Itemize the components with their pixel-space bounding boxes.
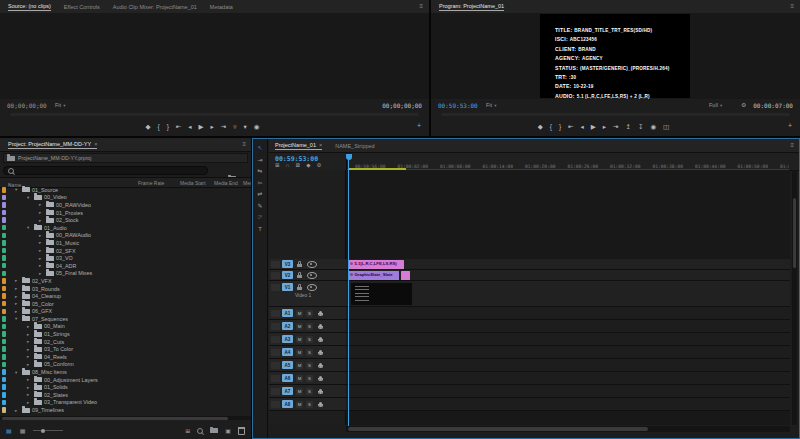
step-forward-button[interactable]: ▸ bbox=[603, 124, 606, 131]
audio-track-header[interactable]: A3 M S bbox=[269, 333, 346, 346]
bin-row[interactable]: ▸ 03_VO bbox=[0, 254, 251, 262]
playback-resolution-select[interactable]: Full bbox=[709, 102, 722, 108]
linked-selection-icon[interactable]: ⊠ bbox=[296, 163, 301, 169]
bin-row[interactable]: ▸ 04_Reels bbox=[0, 353, 251, 361]
bin-twisty-icon[interactable]: ▸ bbox=[39, 248, 44, 253]
comparison-view-button[interactable]: ◫ bbox=[663, 124, 669, 131]
bin-row[interactable]: ▸ 04_ADR bbox=[0, 262, 251, 270]
audio-track-header[interactable]: A5 M S bbox=[269, 359, 346, 372]
source-patch-cell[interactable] bbox=[271, 349, 280, 356]
bin-row[interactable]: ▸ 01_Strings bbox=[0, 330, 251, 338]
bin-twisty-icon[interactable]: ▸ bbox=[39, 263, 44, 268]
audio-lane[interactable] bbox=[346, 385, 790, 398]
audio-lane[interactable] bbox=[346, 398, 790, 411]
toggle-track-output-icon[interactable] bbox=[307, 261, 317, 268]
track-target[interactable]: A5 bbox=[282, 361, 293, 369]
track-target[interactable]: A3 bbox=[282, 335, 293, 343]
track-target-v1[interactable]: V1 bbox=[282, 283, 293, 291]
bin-row[interactable]: ▸ 04_Cleanup bbox=[0, 292, 251, 300]
audio-lane[interactable] bbox=[346, 307, 790, 320]
add-marker-button[interactable]: ◆ bbox=[146, 124, 151, 131]
voiceover-record-icon[interactable] bbox=[319, 389, 322, 393]
source-patch-cell[interactable] bbox=[271, 401, 280, 408]
program-zoom-scrollbar[interactable] bbox=[441, 113, 790, 116]
toggle-track-output-icon[interactable] bbox=[307, 272, 317, 279]
lane-v2[interactable] bbox=[346, 270, 790, 281]
track-target-v2[interactable]: V2 bbox=[282, 271, 293, 279]
track-target[interactable]: A4 bbox=[282, 348, 293, 356]
new-bin-button[interactable] bbox=[210, 428, 218, 433]
timeline-hscrollbar[interactable] bbox=[346, 426, 790, 432]
lift-button[interactable]: ↥ bbox=[626, 124, 631, 131]
voiceover-record-icon[interactable] bbox=[319, 363, 322, 367]
track-header-v1[interactable]: V1 Video 1 bbox=[269, 281, 346, 307]
extract-button[interactable]: ↧ bbox=[638, 124, 643, 131]
clip-v1-dark[interactable] bbox=[350, 282, 413, 306]
mark-out-button[interactable]: } bbox=[167, 124, 169, 131]
step-forward-button[interactable]: ▸ bbox=[211, 124, 214, 131]
playhead-line[interactable] bbox=[348, 154, 349, 426]
bin-twisty-icon[interactable]: ▸ bbox=[39, 218, 44, 223]
source-zoom-select[interactable]: Fit bbox=[55, 102, 65, 108]
bin-row[interactable]: ▸ 00_Adjustment Layers bbox=[0, 376, 251, 384]
bin-twisty-icon[interactable]: ▸ bbox=[39, 210, 44, 215]
bin-twisty-icon[interactable]: ▸ bbox=[39, 240, 44, 245]
mute-button[interactable]: M bbox=[296, 388, 303, 395]
lock-icon[interactable] bbox=[297, 275, 302, 279]
mark-out-button[interactable]: } bbox=[559, 124, 561, 131]
scrollbar-thumb[interactable] bbox=[793, 198, 796, 268]
voiceover-record-icon[interactable] bbox=[319, 324, 322, 328]
bin-row[interactable]: ▸ 02_Cuts bbox=[0, 338, 251, 346]
solo-button[interactable]: S bbox=[306, 310, 313, 317]
bin-twisty-icon[interactable]: ▾ bbox=[15, 370, 20, 375]
bin-row[interactable]: ▾ 01_Audio bbox=[0, 224, 251, 232]
source-patch-cell[interactable] bbox=[271, 336, 280, 343]
bin-row[interactable]: ▸ 01_Solids bbox=[0, 383, 251, 391]
go-to-in-button[interactable]: ⇤ bbox=[568, 124, 573, 131]
clip-graphic-slate[interactable]: GraphicSlate_Slate bbox=[348, 271, 399, 280]
track-target[interactable]: A2 bbox=[282, 322, 293, 330]
track-header-v2[interactable]: V2 bbox=[269, 270, 346, 281]
lock-icon[interactable] bbox=[297, 287, 302, 291]
bin-row[interactable]: ▸ 02_Slates bbox=[0, 391, 251, 399]
bin-row[interactable]: ▾ 08_Misc Items bbox=[0, 368, 251, 376]
add-marker-icon[interactable]: ◆ bbox=[306, 163, 310, 169]
go-to-out-button[interactable]: ⇥ bbox=[221, 124, 226, 131]
ripple-edit-tool[interactable]: ⇆ bbox=[257, 168, 262, 174]
tab-metadata[interactable]: Metadata bbox=[210, 4, 233, 10]
toggle-track-output-icon[interactable] bbox=[307, 284, 317, 291]
audio-lane[interactable] bbox=[346, 320, 790, 333]
voiceover-record-icon[interactable] bbox=[319, 350, 322, 354]
mute-button[interactable]: M bbox=[296, 323, 303, 330]
audio-track-header[interactable]: A8 M S bbox=[269, 398, 346, 411]
audio-track-header[interactable]: A2 M S bbox=[269, 320, 346, 333]
go-to-out-button[interactable]: ⇥ bbox=[613, 124, 618, 131]
bin-twisty-icon[interactable]: ▸ bbox=[27, 385, 32, 390]
step-back-button[interactable]: ◂ bbox=[581, 124, 584, 131]
lane-v3[interactable] bbox=[346, 259, 790, 270]
button-editor-icon[interactable]: + bbox=[417, 122, 421, 129]
bin-row[interactable]: ▸ 05_Color bbox=[0, 300, 251, 308]
bin-twisty-icon[interactable]: ▸ bbox=[15, 309, 20, 314]
source-zoom-scrollbar[interactable] bbox=[10, 113, 419, 116]
panel-menu-icon[interactable]: ≡ bbox=[790, 142, 794, 148]
scrollbar-thumb[interactable] bbox=[348, 427, 648, 431]
bin-twisty-icon[interactable]: ▸ bbox=[27, 354, 32, 359]
settings-wrench-icon[interactable]: ⚙ bbox=[741, 101, 746, 108]
voiceover-record-icon[interactable] bbox=[319, 337, 322, 341]
lock-icon[interactable] bbox=[297, 264, 302, 268]
mute-button[interactable]: M bbox=[296, 401, 303, 408]
audio-lane[interactable] bbox=[346, 359, 790, 372]
bin-twisty-icon[interactable]: ▾ bbox=[15, 187, 20, 192]
bin-twisty-icon[interactable]: ▸ bbox=[27, 392, 32, 397]
bin-row[interactable]: ▾ 00_Video bbox=[0, 194, 251, 202]
button-editor-icon[interactable]: + bbox=[788, 122, 792, 129]
scrollbar-thumb[interactable] bbox=[2, 417, 228, 420]
tab-project[interactable]: Project: ProjectName_MM-DD-YY× bbox=[8, 141, 97, 149]
tab-program[interactable]: Program: ProjectName_01 bbox=[439, 3, 504, 11]
bin-row[interactable]: ▸ 01_Proxies bbox=[0, 209, 251, 217]
playhead-handle[interactable] bbox=[346, 154, 352, 160]
bin-twisty-icon[interactable]: ▸ bbox=[27, 324, 32, 329]
new-item-button[interactable]: ▣ bbox=[225, 427, 231, 434]
insert-button[interactable]: ▿ bbox=[233, 124, 236, 131]
